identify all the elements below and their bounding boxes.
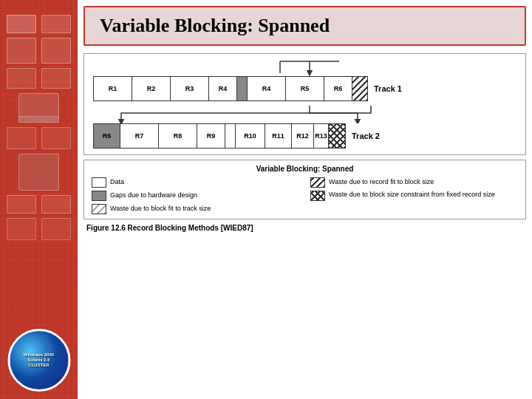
sidebar-globe: Windows 2000 Solaris 2.6 CLUSTER: [7, 329, 70, 392]
arrow-row-2: [99, 106, 516, 123]
legend-item-gaps: Gaps due to hardware design: [92, 191, 299, 201]
figure-caption: Figure 12.6 Record Blocking Methods [WIE…: [83, 224, 526, 232]
arrow-row-1: [99, 60, 516, 76]
diagram-area: R1 R2 R3 R4 R4 R5 R6: [78, 50, 532, 399]
block-r2: R2: [132, 77, 171, 100]
block-r6-partial: R6: [324, 77, 352, 100]
legend-text-waste-block: Waste due to block fit to track size: [110, 205, 211, 214]
block-r7: R7: [120, 124, 159, 148]
legend-box-waste-block: [92, 204, 106, 214]
page-title: Variable Blocking: Spanned: [100, 15, 510, 37]
track-connector-arrows: [99, 106, 528, 123]
legend-col-right: Waste due to record fit to block size Wa…: [310, 177, 518, 214]
legend-title: Variable Blocking: Spanned: [92, 165, 518, 173]
sidebar-globe-text: Windows 2000 Solaris 2.6 CLUSTER: [24, 352, 54, 369]
block-waste1: [352, 77, 367, 100]
block-r5: R5: [286, 77, 324, 100]
sidebar-decorations: [4, 15, 74, 245]
block-r1: R1: [94, 77, 132, 100]
track2-row: R6 R7 R8 R9 R10 R11 R12 R13: [93, 123, 516, 149]
track1-blocks: R1 R2 R3 R4 R4 R5 R6: [93, 76, 368, 101]
legend-item-data: Data: [92, 177, 299, 188]
track2-label: Track 2: [352, 132, 380, 140]
block-waste2: [329, 124, 345, 148]
legend-item-waste-block: Waste due to block fit to track size: [92, 204, 299, 214]
legend-text-data: Data: [110, 178, 124, 187]
legend-col-left: Data Gaps due to hardware design Waste d…: [92, 177, 299, 214]
block-r8: R8: [159, 124, 197, 148]
main-content: Variable Blocking: Spanned: [78, 0, 532, 399]
block-r3: R3: [171, 77, 209, 100]
track1-arrows: [99, 60, 528, 76]
legend-text-gaps: Gaps due to hardware design: [110, 191, 197, 200]
block-r9-b: [225, 124, 236, 148]
legend-container: Variable Blocking: Spanned Data Gaps due…: [83, 160, 526, 219]
block-r4-space: R4: [248, 77, 286, 100]
block-r13: R13: [314, 124, 329, 148]
sidebar: Windows 2000 Solaris 2.6 CLUSTER: [0, 0, 78, 399]
block-r11: R11: [265, 124, 292, 148]
legend-text-waste-constraint: Waste due to block size constraint from …: [329, 191, 495, 200]
legend-box-waste-constraint: [310, 191, 325, 201]
block-r4-a: R4: [209, 77, 237, 100]
block-r6-gray: R6: [94, 124, 120, 148]
block-r10: R10: [236, 124, 265, 148]
legend-grid: Data Gaps due to hardware design Waste d…: [92, 177, 518, 214]
block-r12: R12: [292, 124, 314, 148]
block-gap1: [237, 77, 248, 100]
track1-row: R1 R2 R3 R4 R4 R5 R6: [93, 76, 516, 101]
legend-box-waste-record: [310, 177, 325, 188]
track2-blocks: R6 R7 R8 R9 R10 R11 R12 R13: [93, 123, 346, 149]
legend-item-waste-record: Waste due to record fit to block size: [310, 177, 518, 188]
legend-text-waste-record: Waste due to record fit to block size: [329, 178, 434, 187]
block-r9-a: R9: [197, 124, 225, 148]
legend-item-waste-constraint: Waste due to block size constraint from …: [310, 191, 518, 201]
title-bar: Variable Blocking: Spanned: [83, 6, 526, 46]
track1-label: Track 1: [374, 84, 402, 93]
tracks-container: R1 R2 R3 R4 R4 R5 R6: [83, 53, 526, 155]
legend-box-data: [92, 177, 106, 188]
legend-box-gaps: [92, 191, 106, 201]
